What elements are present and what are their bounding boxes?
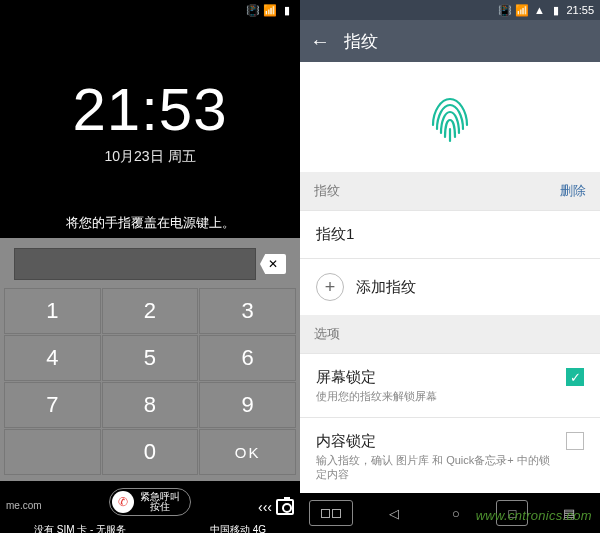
status-time: 21:55 [566, 4, 594, 16]
key-7[interactable]: 7 [4, 382, 101, 428]
battery-icon: ▮ [549, 3, 563, 17]
vibrate-icon: 📳 [498, 3, 512, 17]
me-label: me.com [6, 500, 42, 511]
option-screen-lock[interactable]: 屏幕锁定 使用您的指纹来解锁屏幕 ✓ [300, 353, 600, 417]
key-4[interactable]: 4 [4, 335, 101, 381]
key-8[interactable]: 8 [102, 382, 199, 428]
key-blank [4, 429, 101, 475]
option-title: 内容锁定 [316, 432, 554, 451]
camera-icon[interactable] [276, 499, 294, 515]
lock-date: 10月23日 周五 [0, 148, 300, 166]
emergency-call-button[interactable]: ✆ 紧急呼叫 按住 [109, 488, 191, 516]
fingerprint-name: 指纹1 [316, 225, 354, 244]
pin-keypad: ✕ 1 2 3 4 5 6 7 8 9 0 OK [0, 238, 300, 481]
wifi-icon: ▲ [532, 3, 546, 17]
fingerprint-hint: 将您的手指覆盖在电源键上。 [0, 214, 300, 232]
settings-header: ← 指纹 [300, 20, 600, 62]
section-options: 选项 [300, 315, 600, 353]
key-3[interactable]: 3 [199, 288, 296, 334]
signal-icon: 📶 [515, 3, 529, 17]
watermark: www.cntronics.com [476, 508, 592, 523]
lockscreen-phone: 📳 📶 ▮ 21:53 10月23日 周五 将您的手指覆盖在电源键上。 ✕ 1 … [0, 0, 300, 533]
back-icon[interactable]: ← [310, 30, 330, 53]
delete-button[interactable]: 删除 [560, 182, 586, 200]
option-sub: 输入指纹，确认 图片库 和 Quick备忘录+ 中的锁定内容 [316, 453, 554, 481]
settings-phone: 📳 📶 ▲ ▮ 21:55 ← 指纹 指纹 删除 [300, 0, 600, 533]
key-1[interactable]: 1 [4, 288, 101, 334]
signal-icon: 📶 [263, 3, 277, 17]
key-0[interactable]: 0 [102, 429, 199, 475]
nav-home-icon[interactable]: ○ [434, 500, 478, 526]
battery-icon: ▮ [280, 3, 294, 17]
key-6[interactable]: 6 [199, 335, 296, 381]
nav-dual-icon[interactable] [309, 500, 353, 526]
status-bar: 📳 📶 ▮ [0, 0, 300, 20]
option-title: 屏幕锁定 [316, 368, 554, 387]
status-bar: 📳 📶 ▲ ▮ 21:55 [300, 0, 600, 20]
checkbox-off-icon[interactable] [566, 432, 584, 450]
option-sub: 使用您的指纹来解锁屏幕 [316, 389, 554, 403]
page-title: 指纹 [344, 30, 378, 53]
key-2[interactable]: 2 [102, 288, 199, 334]
nav-back-icon[interactable]: ◁ [372, 500, 416, 526]
carrier-label: 中国移动 4G [210, 523, 266, 533]
fingerprint-graphic-area [300, 62, 600, 172]
section-fingerprints: 指纹 删除 [300, 172, 600, 210]
phone-icon: ✆ [112, 491, 134, 513]
lock-clock: 21:53 [0, 75, 300, 144]
vibrate-icon: 📳 [246, 3, 260, 17]
key-9[interactable]: 9 [199, 382, 296, 428]
lock-bottom-bar: me.com ✆ 紧急呼叫 按住 ‹‹‹ [0, 483, 300, 521]
no-sim-label: 没有 SIM 卡 - 无服务 [34, 523, 126, 533]
checkbox-on-icon[interactable]: ✓ [566, 368, 584, 386]
backspace-icon[interactable]: ✕ [260, 254, 286, 274]
key-5[interactable]: 5 [102, 335, 199, 381]
fingerprint-icon [423, 85, 477, 149]
swipe-chevron-icon: ‹‹‹ [258, 499, 272, 515]
fingerprint-item[interactable]: 指纹1 [300, 210, 600, 258]
pin-input[interactable] [14, 248, 256, 280]
carrier-bar: 没有 SIM 卡 - 无服务 中国移动 4G [0, 521, 300, 533]
plus-icon: + [316, 273, 344, 301]
add-fingerprint-button[interactable]: + 添加指纹 [300, 258, 600, 315]
option-content-lock[interactable]: 内容锁定 输入指纹，确认 图片库 和 Quick备忘录+ 中的锁定内容 [300, 417, 600, 495]
key-ok[interactable]: OK [199, 429, 296, 475]
